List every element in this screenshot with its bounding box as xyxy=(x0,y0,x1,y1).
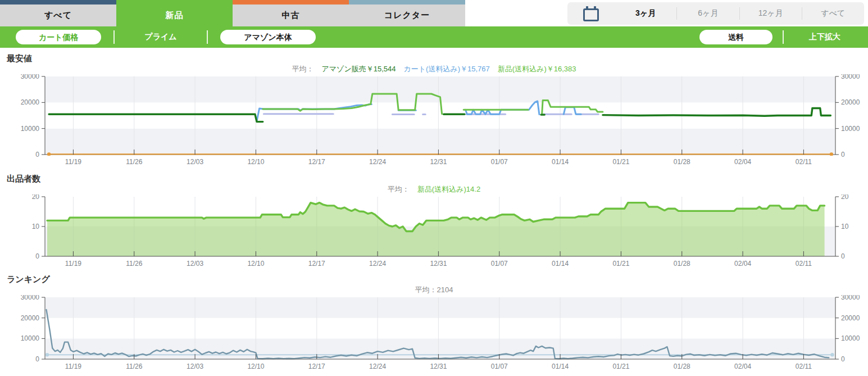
svg-text:01/14: 01/14 xyxy=(552,363,569,370)
toolbar-separator xyxy=(783,30,784,44)
svg-text:01/28: 01/28 xyxy=(674,260,690,268)
sellers-chart[interactable]: 001010202011/1911/2612/0312/1012/1712/24… xyxy=(0,194,868,271)
tab-new-accent xyxy=(116,0,233,4)
svg-text:12/31: 12/31 xyxy=(430,363,447,370)
section-sellers: 出品者数 平均：新品(送料込み)14.2 001010202011/1911/2… xyxy=(0,174,868,271)
svg-text:30000: 30000 xyxy=(21,295,40,301)
svg-text:12/17: 12/17 xyxy=(308,158,325,166)
svg-text:12/24: 12/24 xyxy=(369,158,386,166)
svg-text:01/28: 01/28 xyxy=(674,363,690,370)
svg-text:12/10: 12/10 xyxy=(247,158,264,166)
amazon-body-button[interactable]: アマゾン本体 xyxy=(220,30,316,44)
toolbar-separator xyxy=(113,30,115,44)
svg-text:12/03: 12/03 xyxy=(187,363,203,370)
legend-new-price: 新品(送料込み)￥16,383 xyxy=(498,65,576,73)
svg-text:02/11: 02/11 xyxy=(796,158,812,166)
topbar: すべて 新品 中古 コレクター 3ヶ月 6ヶ月 12ヶ月 すべて xyxy=(0,0,868,26)
svg-text:02/04: 02/04 xyxy=(734,158,751,166)
svg-text:20000: 20000 xyxy=(21,98,40,106)
section-title-sellers: 出品者数 xyxy=(7,174,868,184)
svg-text:12/10: 12/10 xyxy=(247,363,264,370)
svg-text:02/11: 02/11 xyxy=(796,363,812,370)
svg-text:01/28: 01/28 xyxy=(674,158,690,166)
svg-text:12/10: 12/10 xyxy=(247,260,264,268)
price-chart-legend: 平均：アマゾン販売￥15,544カート(送料込み)￥15,767新品(送料込み)… xyxy=(0,64,868,74)
period-3m[interactable]: 3ヶ月 xyxy=(615,8,676,19)
svg-text:11/26: 11/26 xyxy=(126,158,142,166)
svg-text:01/14: 01/14 xyxy=(552,260,569,268)
svg-text:01/07: 01/07 xyxy=(491,260,508,268)
svg-text:10000: 10000 xyxy=(841,125,860,133)
toolbar-separator xyxy=(207,30,208,44)
legend-amazon-price: アマゾン販売￥15,544 xyxy=(321,65,396,73)
tab-all-accent xyxy=(0,0,116,4)
toolbar: カート価格 プライム アマゾン本体 送料 上下拡大 xyxy=(0,26,868,48)
section-lowest-price: 最安値 平均：アマゾン販売￥15,544カート(送料込み)￥15,767新品(送… xyxy=(0,53,868,169)
svg-text:20000: 20000 xyxy=(21,314,40,322)
svg-text:11/26: 11/26 xyxy=(126,363,142,370)
svg-text:12/24: 12/24 xyxy=(369,260,386,268)
svg-text:12/31: 12/31 xyxy=(430,260,447,268)
svg-text:0: 0 xyxy=(35,355,39,363)
period-6m[interactable]: 6ヶ月 xyxy=(677,8,739,19)
calendar-icon[interactable] xyxy=(567,6,615,21)
section-title-lowest-price: 最安値 xyxy=(7,53,868,64)
period-selector: 3ヶ月 6ヶ月 12ヶ月 すべて xyxy=(567,2,864,25)
tab-new[interactable]: 新品 xyxy=(116,0,233,26)
svg-text:11/19: 11/19 xyxy=(65,158,81,166)
tab-collector-label: コレクター xyxy=(349,4,465,26)
svg-text:11/19: 11/19 xyxy=(65,260,81,268)
svg-text:0: 0 xyxy=(841,252,845,260)
shipping-button[interactable]: 送料 xyxy=(699,30,772,44)
svg-text:01/21: 01/21 xyxy=(612,363,629,370)
svg-text:20: 20 xyxy=(841,194,849,201)
condition-tabs: すべて 新品 中古 コレクター xyxy=(0,0,465,26)
svg-text:12/17: 12/17 xyxy=(308,260,325,268)
svg-text:01/21: 01/21 xyxy=(612,260,629,268)
tab-used[interactable]: 中古 xyxy=(233,0,349,26)
legend-average-label: 平均： xyxy=(292,65,313,73)
section-title-ranking: ランキング xyxy=(7,274,868,284)
tab-new-label: 新品 xyxy=(116,4,233,26)
svg-text:20000: 20000 xyxy=(841,98,860,106)
svg-text:10000: 10000 xyxy=(21,334,40,342)
svg-text:02/11: 02/11 xyxy=(796,260,812,268)
sellers-chart-legend: 平均：新品(送料込み)14.2 xyxy=(0,184,868,194)
ranking-chart-legend: 平均：2104 xyxy=(0,285,868,295)
svg-text:10000: 10000 xyxy=(21,125,40,133)
legend-ranking-average: 平均：2104 xyxy=(415,286,453,294)
tab-all-label: すべて xyxy=(0,4,116,26)
cart-price-button[interactable]: カート価格 xyxy=(16,30,101,44)
tab-used-accent xyxy=(233,0,349,4)
svg-text:01/21: 01/21 xyxy=(612,158,629,166)
svg-text:12/24: 12/24 xyxy=(369,363,386,370)
svg-text:02/04: 02/04 xyxy=(734,363,751,370)
svg-text:02/04: 02/04 xyxy=(734,260,751,268)
svg-text:10: 10 xyxy=(32,223,40,230)
period-all[interactable]: すべて xyxy=(802,8,864,19)
expand-vertical-button[interactable]: 上下拡大 xyxy=(794,32,856,42)
svg-text:12/03: 12/03 xyxy=(187,260,203,268)
svg-text:20: 20 xyxy=(32,194,40,201)
svg-text:30000: 30000 xyxy=(21,74,40,80)
price-tracker-app: すべて 新品 中古 コレクター 3ヶ月 6ヶ月 12ヶ月 すべて xyxy=(0,0,868,376)
legend-cart-price: カート(送料込み)￥15,767 xyxy=(403,65,489,73)
svg-text:10000: 10000 xyxy=(841,334,860,342)
svg-text:10: 10 xyxy=(841,223,849,230)
svg-text:12/31: 12/31 xyxy=(430,158,447,166)
tab-collector[interactable]: コレクター xyxy=(349,0,465,26)
svg-text:12/17: 12/17 xyxy=(308,363,325,370)
price-chart[interactable]: 0010000100002000020000300003000011/1911/… xyxy=(0,74,868,169)
svg-text:01/07: 01/07 xyxy=(491,158,508,166)
svg-text:0: 0 xyxy=(35,151,39,158)
svg-text:11/26: 11/26 xyxy=(126,260,142,268)
tab-all[interactable]: すべて xyxy=(0,0,116,26)
svg-text:0: 0 xyxy=(841,151,845,158)
svg-text:11/19: 11/19 xyxy=(65,363,81,370)
period-12m[interactable]: 12ヶ月 xyxy=(740,8,802,19)
ranking-chart[interactable]: 0010000100002000020000300003000011/1911/… xyxy=(0,295,868,374)
tab-used-label: 中古 xyxy=(233,4,349,26)
svg-text:12/03: 12/03 xyxy=(187,158,203,166)
prime-button[interactable]: プライム xyxy=(127,32,194,42)
legend-sellers-new: 新品(送料込み)14.2 xyxy=(417,185,480,193)
